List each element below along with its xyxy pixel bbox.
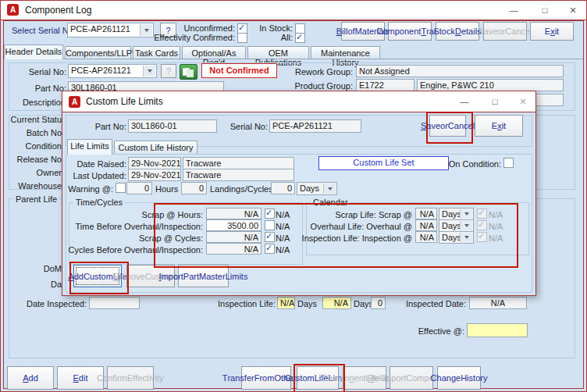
change-history-button[interactable]: Change History <box>437 366 481 390</box>
inspection-life-value2: N/A <box>322 297 351 309</box>
tab-optional-as-reqd[interactable]: Optional/As Req'd <box>182 46 246 59</box>
stock-details-button[interactable]: Stock Details <box>436 22 479 41</box>
last-updated-label: Last Updated: <box>73 171 127 180</box>
scrap-hours-field: N/A <box>206 208 261 219</box>
tab-life-limits[interactable]: Life Limits <box>67 139 112 155</box>
select-serial-value: PCE-AP261121 <box>70 24 130 34</box>
scrap-hours-na-checkbox[interactable] <box>265 208 275 219</box>
last-updated-field: 29-Nov-2021 <box>128 169 181 181</box>
overhaul-life-unit-combobox: Days <box>439 219 474 232</box>
inspected-date-field: N/A <box>469 297 527 309</box>
scrap-life-unit-combobox: Days <box>439 208 474 220</box>
unconfirmed-label: Unconfirmed: <box>184 23 235 33</box>
select-serial-label: Select Serial No: <box>12 26 76 35</box>
inspected-date-label: Inspected Date: <box>406 299 466 308</box>
dropdown-arrow-icon <box>460 233 472 242</box>
date-inspected-field[interactable] <box>89 297 140 309</box>
tab-components-llps[interactable]: Components/LLP's <box>65 46 131 59</box>
serial-no-combobox[interactable]: PCE-AP261121 <box>68 64 157 78</box>
header-help-button: ? <box>161 64 176 78</box>
app-icon: A <box>69 96 80 108</box>
rework-group-field: Not Assigned <box>356 65 564 77</box>
inspection-life-cal-label: Inspection Life: Inspection @ <box>302 233 412 243</box>
time-before-overhaul-field[interactable]: 3500.00 <box>206 219 261 231</box>
effectivity-confirmed-label: Effectivity Confirmed: <box>154 33 235 42</box>
tab-maintenance-history[interactable]: Maintenance History <box>311 46 380 59</box>
warning-days-field[interactable]: 0 <box>271 182 295 194</box>
overhaul-life-na-checkbox <box>477 220 487 230</box>
time-cycles-label: Time/Cycles <box>73 198 125 207</box>
dialog-part-no-label: Part No: <box>95 122 126 131</box>
updated-by-field: Tracware <box>183 169 294 181</box>
rework-group-label: Rework Group: <box>295 67 353 77</box>
scrap-cycles-label: Scrap @ Cycles: <box>139 233 203 243</box>
condition-label: Condition <box>26 141 62 151</box>
dropdown-arrow-icon[interactable] <box>323 184 336 194</box>
confirm-effectivity-button: Confirm Effectivity <box>107 366 154 390</box>
maximize-icon[interactable]: □ <box>532 1 558 20</box>
minimize-icon[interactable]: — <box>451 92 478 111</box>
dropdown-arrow-icon[interactable] <box>140 24 152 36</box>
tab-task-cards[interactable]: Task Cards <box>133 46 180 59</box>
current-status-label: Current Statu <box>11 115 62 124</box>
cycles-before-overhaul-label: Cycles Before Overhaul/Inspection: <box>69 245 203 255</box>
transfer-from-other-sn-button[interactable]: Transfer From Other S/N <box>241 366 291 390</box>
na-label: N/A <box>276 233 290 243</box>
dialog-exit-button[interactable]: Exit <box>475 115 523 137</box>
warning-checkbox[interactable] <box>116 183 126 193</box>
component-trace-button[interactable]: Component Trace <box>388 22 432 41</box>
add-button[interactable]: Add <box>7 366 54 390</box>
dropdown-arrow-icon[interactable] <box>143 66 155 77</box>
product-group-label: Product Group: <box>294 81 353 91</box>
date-raised-label: Date Raised: <box>76 159 126 169</box>
scrap-cycles-field: N/A <box>206 231 261 243</box>
date-raised-field: 29-Nov-2021 <box>128 157 181 169</box>
na-label-disabled: N/A <box>489 233 503 243</box>
na-label-disabled: N/A <box>489 210 503 219</box>
app-icon: A <box>7 4 19 16</box>
effectivity-confirmed-checkbox[interactable] <box>237 33 247 43</box>
time-before-overhaul-na-checkbox[interactable] <box>265 220 275 230</box>
exit-button[interactable]: Exit <box>530 22 574 41</box>
component-log-window: A Component Log — □ ✕ Select Serial No: … <box>0 0 587 392</box>
tab-header-details[interactable]: Header Details <box>4 45 63 59</box>
minimize-icon[interactable]: — <box>500 1 527 20</box>
all-checkbox[interactable] <box>295 33 305 43</box>
date-label-fragment: Da <box>51 280 62 289</box>
scrap-life-label: Scrap Life: Scrap @ <box>335 210 412 219</box>
close-icon[interactable]: ✕ <box>560 1 586 20</box>
tab-custom-life-history[interactable]: Custom Life History <box>114 141 197 155</box>
dialog-save-or-cancel-button[interactable]: Save or Cancel <box>429 115 466 137</box>
tab-oem-publications[interactable]: OEM Publications <box>247 46 309 59</box>
cycles-before-overhaul-na-checkbox[interactable] <box>265 244 275 254</box>
warehouse-label: Warehouse <box>18 181 62 191</box>
on-condition-checkbox[interactable] <box>503 158 514 168</box>
all-label: All: <box>281 33 293 42</box>
unit-value: Days <box>442 221 461 230</box>
maximize-icon[interactable]: □ <box>482 92 508 111</box>
import-part-master-limits-button[interactable]: Import Part Master Limits <box>178 265 229 287</box>
save-or-cancel-button[interactable]: Save or Cancel <box>483 22 527 41</box>
scrap-cycles-na-checkbox[interactable] <box>265 232 275 242</box>
na-label: N/A <box>276 245 290 255</box>
calendar-label: Calendar <box>311 198 350 207</box>
scrap-life-na-checkbox <box>477 208 487 219</box>
warning-hours-field[interactable]: 0 <box>126 182 152 194</box>
serial-no-value: PCE-AP261121 <box>71 66 131 75</box>
dropdown-arrow-icon <box>460 209 472 219</box>
main-titlebar: A Component Log — □ ✕ <box>1 1 586 20</box>
days-unit-value: Days <box>300 184 319 193</box>
close-icon[interactable]: ✕ <box>510 92 536 111</box>
stock-cards-icon[interactable] <box>180 64 197 80</box>
effective-at-field[interactable] <box>467 323 528 337</box>
dialog-part-no-field: 30L1860-01 <box>128 119 217 133</box>
inspection-life-field: N/A <box>415 231 437 243</box>
scrap-hours-label: Scrap @ Hours: <box>142 210 203 219</box>
warning-days-unit-combobox[interactable]: Days <box>297 182 337 195</box>
select-serial-combobox[interactable]: PCE-AP261121 <box>67 23 154 37</box>
raised-by-field: Tracware <box>183 157 294 169</box>
warning-at-label: Warning @: <box>68 184 113 194</box>
hours-label: Hours <box>155 184 178 194</box>
dom-label: DoM <box>44 264 62 273</box>
warning-landings-field[interactable]: 0 <box>181 182 207 194</box>
